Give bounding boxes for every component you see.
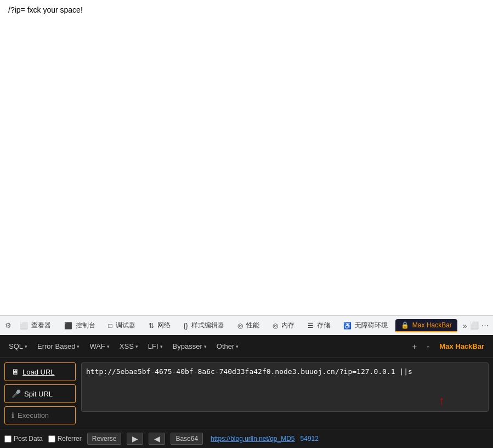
post-data-checkbox[interactable]: [4, 435, 12, 443]
hackbar-panel: SQL ▾ Error Based ▾ WAF ▾ XSS ▾ LFI ▾ By…: [0, 335, 493, 448]
hackbar-main-area: 🖥 Load URL 🎤 Spit URL ℹ Execution http:/…: [0, 358, 493, 429]
performance-icon: ◎: [237, 322, 243, 330]
other-caret-icon: ▾: [236, 344, 239, 349]
waf-caret-icon: ▾: [107, 344, 110, 349]
tab-performance[interactable]: ◎ 性能: [232, 319, 265, 332]
devtools-settings-icon[interactable]: ⚙: [4, 318, 12, 333]
lfi-caret-icon: ▾: [160, 344, 163, 349]
url-suffix: 54912: [301, 435, 319, 443]
hackbar-lock-icon: 🔒: [401, 321, 409, 329]
base64-button[interactable]: Base64: [171, 433, 203, 445]
arrow-right-button[interactable]: ▶: [127, 433, 143, 445]
menu-xss[interactable]: XSS ▾: [115, 339, 143, 353]
error-based-caret-icon: ▾: [77, 344, 80, 349]
menu-plus-button[interactable]: +: [408, 339, 422, 354]
styles-icon: {}: [184, 322, 188, 330]
reverse-label: Reverse: [87, 433, 122, 445]
execution-button[interactable]: ℹ Execution: [4, 406, 76, 424]
storage-icon: ☰: [308, 322, 314, 330]
spit-url-icon: 🎤: [12, 389, 21, 398]
url-display-link[interactable]: https://blog.urlln.net/qp_MD5: [211, 435, 294, 443]
tab-expand-button[interactable]: ⬜: [470, 318, 479, 333]
execution-icon: ℹ: [12, 411, 14, 419]
menu-waf[interactable]: WAF ▾: [85, 339, 114, 353]
menu-lfi[interactable]: LFI ▾: [144, 339, 167, 353]
referrer-checkbox-label[interactable]: Referrer: [48, 435, 82, 443]
referrer-checkbox[interactable]: [48, 435, 55, 443]
arrow-right-icon: ▶: [132, 434, 138, 443]
memory-icon: ◎: [273, 322, 278, 330]
hackbar-brand-label: Max HackBar: [435, 339, 489, 353]
tab-memory[interactable]: ◎ 内存: [267, 319, 300, 332]
menu-minus-button[interactable]: -: [422, 339, 434, 354]
tab-accessibility[interactable]: ♿ 无障碍环境: [338, 319, 393, 332]
browser-content-area: /?ip= fxck your space!: [0, 0, 493, 315]
tab-debugger[interactable]: □ 调试器: [103, 319, 141, 332]
inspector-icon: ⬜: [20, 322, 28, 330]
devtools-tabbar: ⚙ ⬜ 查看器 ⬛ 控制台 □ 调试器 ⇅ 网络 {} 样式编辑器 ◎ 性能 ◎…: [0, 315, 493, 335]
tab-storage[interactable]: ☰ 存储: [302, 319, 336, 332]
arrow-left-button[interactable]: ◀: [149, 433, 165, 445]
menu-error-based[interactable]: Error Based ▾: [33, 339, 84, 353]
spit-url-button[interactable]: 🎤 Spit URL: [4, 384, 76, 403]
tab-console[interactable]: ⬛ 控制台: [59, 319, 101, 332]
hackbar-bottombar: Post Data Referrer Reverse ▶ ◀ Base64 ht…: [0, 429, 493, 448]
arrow-left-icon: ◀: [154, 434, 160, 443]
hackbar-url-input[interactable]: http://5ebae5bf-4675-40bf-8a6c-740d33fa4…: [81, 362, 489, 412]
menu-bypasser[interactable]: Bypasser ▾: [168, 339, 211, 353]
tab-inspector[interactable]: ⬜ 查看器: [14, 319, 56, 332]
post-data-checkbox-label[interactable]: Post Data: [4, 435, 43, 443]
load-url-button[interactable]: 🖥 Load URL: [4, 362, 76, 381]
hackbar-menubar: SQL ▾ Error Based ▾ WAF ▾ XSS ▾ LFI ▾ By…: [0, 335, 493, 358]
tab-network[interactable]: ⇅ 网络: [143, 319, 176, 332]
network-icon: ⇅: [149, 322, 154, 330]
accessibility-icon: ♿: [343, 322, 352, 330]
tab-styles[interactable]: {} 样式编辑器: [178, 319, 230, 332]
debugger-icon: □: [109, 322, 112, 330]
load-url-icon: 🖥: [12, 367, 19, 376]
tab-options-button[interactable]: ⋯: [481, 318, 489, 333]
hackbar-action-buttons: 🖥 Load URL 🎤 Spit URL ℹ Execution: [4, 362, 76, 424]
page-error-text: /?ip= fxck your space!: [8, 5, 83, 14]
tab-hackbar[interactable]: 🔒 Max HackBar: [395, 319, 457, 332]
hackbar-url-area: http://5ebae5bf-4675-40bf-8a6c-740d33fa4…: [81, 362, 489, 424]
console-icon: ⬛: [64, 322, 72, 330]
menu-sql[interactable]: SQL ▾: [4, 339, 32, 353]
tab-more-button[interactable]: »: [462, 319, 468, 332]
sql-caret-icon: ▾: [25, 344, 27, 349]
xss-caret-icon: ▾: [135, 344, 138, 349]
menu-other[interactable]: Other ▾: [212, 339, 243, 353]
bypasser-caret-icon: ▾: [204, 344, 207, 349]
